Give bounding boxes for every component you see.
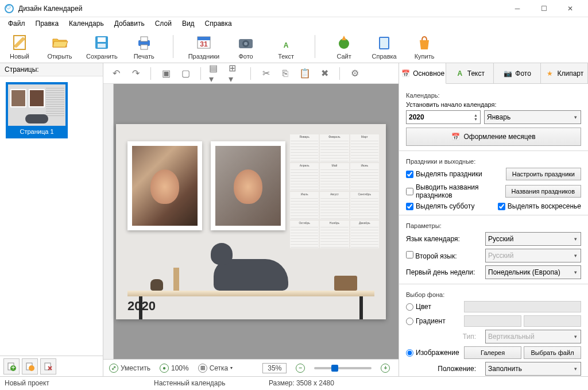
camera-small-icon: 📷	[502, 68, 513, 79]
center-button[interactable]: ⊞ ▾	[229, 67, 242, 80]
calendar-icon: 31	[195, 33, 213, 52]
highlight-holidays-checkbox[interactable]	[406, 171, 413, 178]
zoom-out-button[interactable]: −	[296, 364, 305, 373]
text-small-icon: A	[455, 68, 465, 79]
year-spinner[interactable]: 2020 ▲▼	[406, 110, 481, 124]
window-title: Дизайн Календарей	[18, 5, 504, 13]
save-icon	[92, 33, 111, 52]
calendar-grid[interactable]: Январь Февраль Март Апрель Май Июнь Июль…	[290, 134, 379, 248]
configure-holidays-button[interactable]: Настроить праздники	[506, 168, 581, 180]
photo-button[interactable]: Фото	[232, 33, 260, 60]
toolbar-separator	[315, 35, 315, 58]
gradient-swatch-1[interactable]	[464, 315, 521, 327]
properties-panel: 📅Основное AТекст 📷Фото ★Клипарт Календар…	[399, 63, 588, 376]
params-section-label: Параметры:	[406, 222, 581, 229]
send-back-button[interactable]: ▢	[179, 67, 192, 80]
menu-view[interactable]: Вид	[177, 18, 199, 29]
delete-page-button[interactable]	[40, 358, 56, 374]
gallery-button[interactable]: Галерея	[464, 346, 521, 359]
calendar-tiny-icon: 📅	[451, 133, 460, 141]
calendar-canvas[interactable]: Январь Февраль Март Апрель Май Июнь Июль…	[116, 124, 386, 319]
bg-image-radio[interactable]	[406, 349, 413, 357]
book-icon	[375, 33, 393, 52]
tab-clipart[interactable]: ★Клипарт	[541, 63, 588, 83]
bg-color-swatch[interactable]	[464, 301, 581, 312]
svg-rect-2	[98, 37, 106, 42]
photo-frame-1[interactable]	[127, 141, 202, 230]
calendar-small-icon: 📅	[400, 68, 411, 79]
save-button[interactable]: Сохранить	[86, 33, 118, 60]
bg-gradient-radio[interactable]	[406, 318, 413, 325]
text-button[interactable]: A Текст	[272, 33, 300, 60]
grid-toggle[interactable]: ⊞Сетка▾	[198, 364, 233, 373]
add-page-button[interactable]: +	[3, 358, 20, 374]
close-button[interactable]: ✕	[557, 0, 583, 17]
new-button[interactable]: Новый	[6, 33, 33, 60]
status-calendar-type: Настенный календарь	[154, 379, 269, 387]
maximize-button[interactable]: ☐	[531, 0, 557, 17]
paste-button[interactable]: 📋	[298, 67, 312, 80]
help-button[interactable]: Справка	[370, 33, 398, 60]
holidays-button[interactable]: 31 Праздники	[188, 33, 219, 60]
open-button[interactable]: Открыть	[46, 33, 74, 60]
workspace: Страницы: Страница 1 + ↶ ↷ ▣ ▢	[0, 63, 588, 376]
menu-layer[interactable]: Слой	[150, 18, 176, 29]
cat-illustration	[214, 259, 288, 291]
redo-button[interactable]: ↷	[129, 67, 142, 80]
month-select[interactable]: Январь	[484, 110, 581, 124]
page-thumbnail[interactable]: Страница 1	[6, 82, 68, 138]
tab-photo[interactable]: 📷Фото	[494, 63, 541, 83]
holiday-names-button[interactable]: Названия праздников	[505, 185, 581, 198]
menu-file[interactable]: Файл	[3, 18, 30, 29]
site-button[interactable]: Сайт	[330, 33, 358, 60]
align-button[interactable]: ▤ ▾	[209, 67, 223, 80]
delete-button[interactable]: ✖	[318, 67, 331, 80]
fit-button[interactable]: ⤢Уместить	[109, 364, 150, 373]
menu-help[interactable]: Справка	[200, 18, 237, 29]
zoom-in-button[interactable]: +	[381, 364, 390, 373]
menu-calendar[interactable]: Календарь	[64, 18, 109, 29]
buy-button[interactable]: Купить	[411, 33, 438, 60]
shopping-bag-icon	[415, 33, 434, 52]
undo-button[interactable]: ↶	[109, 67, 123, 80]
zoom-100-button[interactable]: ●100%	[160, 364, 189, 373]
duplicate-page-button[interactable]	[22, 358, 38, 374]
svg-rect-16	[380, 38, 388, 48]
svg-text:A: A	[284, 41, 289, 49]
minimize-button[interactable]: ─	[504, 0, 531, 17]
settings-button[interactable]: ⚙	[348, 67, 362, 80]
zoom-slider[interactable]	[314, 367, 372, 369]
year-text: 2020	[127, 299, 156, 314]
gradient-swatch-2[interactable]	[524, 315, 581, 327]
month-style-button[interactable]: 📅Оформление месяцев	[406, 128, 581, 146]
show-holiday-names-checkbox[interactable]	[406, 188, 413, 195]
status-project: Новый проект	[5, 379, 108, 387]
cut-button[interactable]: ✂	[259, 67, 273, 80]
tab-text[interactable]: AТекст	[446, 63, 493, 83]
highlight-sunday-checkbox[interactable]	[498, 203, 505, 210]
second-language-checkbox[interactable]	[406, 251, 413, 258]
bring-front-button[interactable]: ▣	[159, 67, 173, 80]
bg-color-radio[interactable]	[406, 303, 413, 311]
folder-open-icon	[51, 33, 69, 52]
tab-main[interactable]: 📅Основное	[399, 63, 446, 84]
pages-footer: +	[0, 356, 103, 376]
svg-rect-3	[98, 44, 106, 48]
svg-point-12	[244, 42, 247, 45]
first-day-select[interactable]: Понедельник (Европа)	[485, 265, 581, 279]
pages-header: Страницы:	[0, 63, 103, 76]
camera-icon	[237, 33, 255, 52]
language-select[interactable]: Русский	[485, 232, 581, 246]
highlight-saturday-checkbox[interactable]	[406, 203, 413, 210]
bg-position-select[interactable]: Заполнить	[485, 362, 581, 376]
canvas-area[interactable]: Январь Февраль Март Апрель Май Июнь Июль…	[103, 84, 399, 359]
svg-text:31: 31	[200, 40, 208, 48]
second-language-select: Русский	[485, 249, 581, 262]
menu-add[interactable]: Добавить	[110, 18, 149, 29]
holidays-section-label: Праздники и выходные:	[406, 158, 581, 165]
choose-file-button[interactable]: Выбрать файл	[524, 346, 581, 359]
copy-button[interactable]: ⎘	[278, 67, 292, 80]
photo-frame-2[interactable]	[211, 141, 285, 230]
print-button[interactable]: Печать	[130, 33, 158, 60]
menu-edit[interactable]: Правка	[31, 18, 64, 29]
